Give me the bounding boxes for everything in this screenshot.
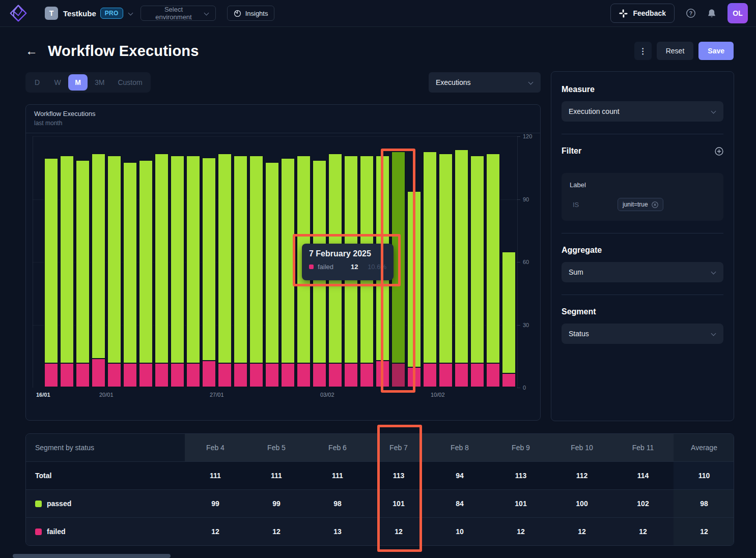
add-filter-button[interactable] <box>715 147 723 156</box>
range-tab-3m[interactable]: 3M <box>89 74 110 91</box>
plus-circle-icon <box>715 147 723 156</box>
table-row-passed: passed9999981018410110010298 <box>26 489 734 517</box>
chevron-down-icon <box>528 80 534 85</box>
horizontal-scrollbar-thumb[interactable] <box>13 554 171 558</box>
filter-card: Label IS junit=true <box>562 173 723 221</box>
chart-bar-24-01[interactable] <box>170 155 185 388</box>
row-label: failed <box>47 527 66 536</box>
save-button[interactable]: Save <box>698 42 734 60</box>
org-chevron-down-icon[interactable] <box>128 11 133 16</box>
chart-bar-31-01[interactable] <box>281 158 295 388</box>
failed-segment <box>438 363 453 388</box>
passed-segment <box>423 151 437 363</box>
org-avatar[interactable]: T <box>45 7 58 20</box>
filter-tag[interactable]: junit=true <box>618 198 663 211</box>
chart-bar-20-01[interactable] <box>107 155 122 388</box>
chart-bar-23-01[interactable] <box>154 153 169 388</box>
chart-bar-27-01[interactable] <box>217 153 232 388</box>
segment-select[interactable]: Status <box>562 324 723 344</box>
back-button[interactable]: ← <box>25 45 38 57</box>
table-cell: 98 <box>307 489 368 517</box>
table-cell: 12 <box>551 517 612 545</box>
aggregate-select-value: Sum <box>569 268 583 276</box>
table-cell: 84 <box>429 489 490 517</box>
help-circle-icon: ? <box>686 8 696 18</box>
notifications-button[interactable] <box>707 9 716 18</box>
testkube-logo-icon[interactable] <box>8 3 29 23</box>
failed-segment <box>44 363 59 388</box>
metric-select[interactable]: Executions <box>429 72 541 93</box>
y-axis-label: 0 <box>523 385 526 391</box>
remove-tag-button[interactable] <box>652 201 658 208</box>
failed-segment <box>138 363 153 388</box>
settings-panel: Measure Execution count Filter Label IS … <box>551 71 734 421</box>
metric-select-value: Executions <box>436 78 470 86</box>
y-axis-label: 30 <box>523 322 529 328</box>
close-circle-icon <box>652 201 658 208</box>
x-axis-label: 16/01 <box>36 392 50 398</box>
range-tab-d[interactable]: D <box>27 74 47 91</box>
chart-bar-22-01[interactable] <box>138 160 153 388</box>
filter-operator: IS <box>573 201 618 209</box>
chart-bar-10-02[interactable] <box>438 153 453 388</box>
failed-segment <box>423 363 437 388</box>
chart-bar-21-01[interactable] <box>123 162 137 388</box>
failed-segment <box>170 363 185 388</box>
chart-bar-16-01[interactable] <box>44 158 59 388</box>
chart-bar-19-01[interactable] <box>91 153 106 388</box>
range-tab-w[interactable]: W <box>48 74 67 91</box>
range-tab-m[interactable]: M <box>68 74 88 91</box>
chart-bar-08-02[interactable] <box>407 191 422 388</box>
table-cell: 100 <box>551 489 612 517</box>
table-cell: 112 <box>551 461 612 489</box>
chart-bar-13-02[interactable] <box>486 153 500 388</box>
x-axis-label: 20/01 <box>99 392 114 398</box>
chart-bar-30-01[interactable] <box>265 162 279 388</box>
y-axis-label: 90 <box>523 196 529 202</box>
table-row-label-cell: failed <box>26 517 185 545</box>
passed-segment <box>186 155 201 363</box>
axis-line-right <box>517 136 518 388</box>
more-options-button[interactable]: ⋮ <box>634 42 652 60</box>
table-header-feb-7: Feb 7 <box>368 434 429 461</box>
chart-bar-26-01[interactable] <box>202 157 216 388</box>
chart-bar-12-02[interactable] <box>470 155 485 388</box>
environment-select[interactable]: Select environment <box>141 6 216 21</box>
chart-bar-25-01[interactable] <box>186 155 201 388</box>
chart-bar-28-01[interactable] <box>233 155 248 388</box>
user-avatar[interactable]: OL <box>727 3 748 23</box>
chart-bar-11-02[interactable] <box>454 149 469 388</box>
reset-button[interactable]: Reset <box>657 42 694 60</box>
chart-tooltip: 7 February 2025 failed 12 10.6% <box>302 244 394 280</box>
range-tab-custom[interactable]: Custom <box>111 74 148 91</box>
filter-field-label: Label <box>570 181 715 189</box>
aggregate-heading: Aggregate <box>562 246 723 255</box>
x-axis-label: 27/01 <box>210 392 224 398</box>
table-header-feb-4: Feb 4 <box>185 434 246 461</box>
table-header-feb-10: Feb 10 <box>551 434 612 461</box>
failed-segment <box>265 363 279 388</box>
chart-bar-29-01[interactable] <box>249 155 264 388</box>
table-header-feb-8: Feb 8 <box>429 434 490 461</box>
table-body: Total11111111111394113112114110passed999… <box>26 461 734 545</box>
aggregate-select[interactable]: Sum <box>562 262 723 282</box>
table-header-row: Segment by statusFeb 4Feb 5Feb 6Feb 7Feb… <box>26 434 734 461</box>
bell-icon <box>707 9 716 18</box>
top-navbar: T Testkube PRO Select environment Insigh… <box>0 0 756 27</box>
help-button[interactable]: ? <box>686 8 696 18</box>
segment-table: Segment by statusFeb 4Feb 5Feb 6Feb 7Feb… <box>25 433 734 546</box>
environment-select-label: Select environment <box>147 6 201 21</box>
insights-button[interactable]: Insights <box>227 6 275 21</box>
chart-bar-09-02[interactable] <box>423 151 437 388</box>
feedback-button[interactable]: Feedback <box>610 4 675 23</box>
passed-segment <box>486 153 500 363</box>
passed-segment <box>154 153 169 363</box>
measure-select[interactable]: Execution count <box>562 101 723 122</box>
feedback-label: Feedback <box>633 9 666 17</box>
chart-bar-17-01[interactable] <box>60 155 74 388</box>
chart-bar-18-01[interactable] <box>75 160 90 388</box>
table-header-feb-11: Feb 11 <box>612 434 674 461</box>
table-cell: 12 <box>368 517 429 545</box>
chart-bar-14-02[interactable] <box>501 251 516 388</box>
table-cell: 110 <box>674 461 734 489</box>
